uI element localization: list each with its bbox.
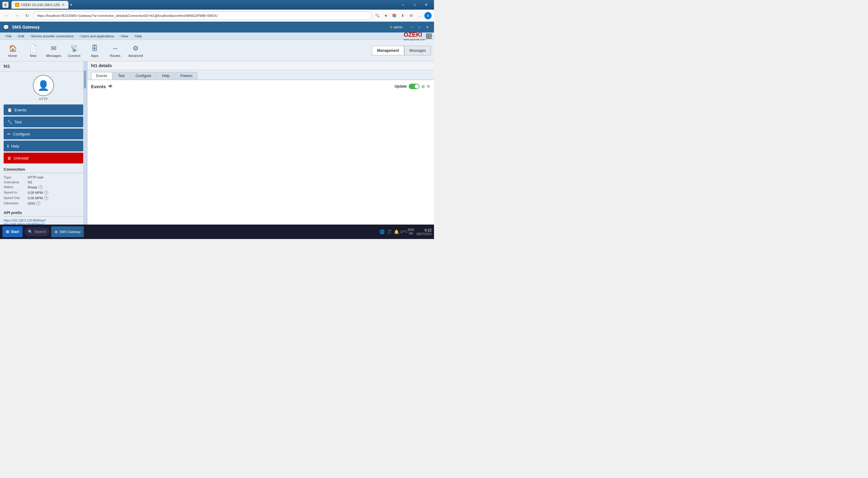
menu-service-provider[interactable]: Service provider connections xyxy=(27,34,76,38)
events-button[interactable]: 📋 Events xyxy=(4,104,83,115)
taskbar-icon-lang[interactable]: ENG HU xyxy=(408,229,414,235)
speedin-help-icon[interactable]: ? xyxy=(44,191,48,195)
restore-button[interactable]: □ xyxy=(409,1,420,9)
clock-area[interactable]: 9:22 08/07/2024 xyxy=(416,228,432,236)
taskbar-search[interactable]: 🔍 Search xyxy=(24,227,50,236)
speedout-help-icon[interactable]: ? xyxy=(44,196,48,200)
status-row: Status: Ready ? xyxy=(4,185,83,189)
events-title-row: Events 👁 Update ⊘ ↻ xyxy=(91,84,430,89)
update-controls: Update ⊘ ↻ xyxy=(395,84,430,89)
toolbar-messages[interactable]: ✉ Messages xyxy=(44,41,63,60)
toolbar-connect[interactable]: 📡 Connect xyxy=(64,41,84,60)
taskbar-app-item[interactable]: 🖥 SMS Gateway xyxy=(51,226,84,237)
odometer-help-icon[interactable]: ? xyxy=(36,201,40,206)
messages-view-button[interactable]: Messages xyxy=(404,46,431,56)
titlebar: O O OZEKI 10 (192.168.0.125) ✕ + ─ □ ✕ xyxy=(0,0,434,10)
uninstall-btn-label: Uninstall xyxy=(13,156,29,161)
downloads-icon[interactable]: ⬇ xyxy=(399,12,406,19)
taskbar-icon-1[interactable]: 🌐 xyxy=(379,229,385,235)
taskbar-icon-weather[interactable]: 27°C xyxy=(401,229,407,235)
app-icon: O xyxy=(2,2,8,8)
toolbar-apps[interactable]: 🗄 Apps xyxy=(85,41,104,60)
menu-help[interactable]: Help xyxy=(131,34,144,38)
app-minimize-button[interactable]: ─ xyxy=(408,24,415,30)
odometer-value: 0/0/0 ? xyxy=(28,201,40,206)
home-icon: 🏠 xyxy=(8,44,18,53)
toolbar-new-label: New xyxy=(30,54,36,58)
edge-menu-icon[interactable]: … xyxy=(416,12,423,19)
uninstall-button[interactable]: 🗑 Uninstall xyxy=(4,152,83,164)
configure-btn-label: Configure xyxy=(13,132,30,136)
ozeki-logo-text: OZEKI xyxy=(404,31,422,38)
events-content-empty xyxy=(91,93,430,183)
minimize-button[interactable]: ─ xyxy=(398,1,409,9)
sidebar-scroll-thumb[interactable] xyxy=(84,70,86,89)
taskbar-icon-2[interactable]: 🎵 xyxy=(386,229,393,235)
favorites-icon[interactable]: ★ xyxy=(382,12,390,19)
taskbar-app-icon: 🖥 xyxy=(54,230,58,234)
clock-time: 9:22 xyxy=(416,228,432,232)
menu-view[interactable]: View xyxy=(117,34,131,38)
toolbar-routes[interactable]: ↔ Routes xyxy=(105,41,125,60)
refresh-icon[interactable]: ↻ xyxy=(427,84,430,89)
back-button[interactable]: ← xyxy=(2,11,11,20)
app-close-button[interactable]: ✕ xyxy=(424,24,431,30)
menu-users-applications[interactable]: Users and applications xyxy=(76,34,116,38)
close-tab-icon[interactable]: ✕ xyxy=(62,3,65,7)
management-button[interactable]: Management xyxy=(372,46,404,56)
messages-icon: ✉ xyxy=(49,44,59,53)
avatar-label: HTTP xyxy=(39,97,48,101)
favorites-bar-icon[interactable]: 📚 xyxy=(391,12,398,19)
profile-avatar[interactable]: A xyxy=(424,12,432,19)
status-help-icon[interactable]: ? xyxy=(38,185,43,189)
app-restore-button[interactable]: □ xyxy=(416,24,423,30)
connection-info: Connection Type: HTTP user Username: ht1… xyxy=(0,164,87,210)
sidebar: ht1 👤 HTTP 📋 Events 🔧 Test xyxy=(0,61,87,225)
tab-help[interactable]: Help xyxy=(157,72,175,79)
status-label: Status: xyxy=(4,185,28,189)
api-prefix-area: API prefix https://192.168.0.125:9508/ap… xyxy=(0,210,87,225)
sidebar-inner: ht1 👤 HTTP 📋 Events 🔧 Test xyxy=(0,61,87,225)
menu-edit[interactable]: Edit xyxy=(15,34,27,38)
toolbar-home-label: Home xyxy=(8,54,17,58)
browser-tab[interactable]: O OZEKI 10 (192.168.0.125) ✕ xyxy=(11,1,68,9)
refresh-button[interactable]: ↻ xyxy=(23,11,31,20)
menu-file[interactable]: File xyxy=(2,34,14,38)
close-button[interactable]: ✕ xyxy=(421,1,432,9)
api-link-1[interactable]: https://192.168.0.125:9508/api? xyxy=(4,219,83,222)
extensions-icon[interactable]: ⚙ xyxy=(407,12,415,19)
tab-powers[interactable]: Powers xyxy=(175,72,197,79)
forward-button[interactable]: → xyxy=(13,11,21,20)
taskbar-icon-3[interactable]: 🔔 xyxy=(394,229,400,235)
toolbar: 🏠 Home 📄 New ✉ Messages 📡 Connect 🗄 Apps… xyxy=(0,40,434,61)
toolbar-advanced[interactable]: ⚙ Advanced xyxy=(126,41,145,60)
api-link-2[interactable]: http://192.168.0.125:9509/api? xyxy=(4,223,83,225)
tab-test[interactable]: Test xyxy=(113,72,130,79)
username-value: ht1 xyxy=(28,180,32,184)
tab-events[interactable]: Events xyxy=(91,72,113,79)
help-button[interactable]: ℹ Help xyxy=(4,141,83,151)
test-button[interactable]: 🔧 Test xyxy=(4,116,83,127)
speedout-row: Speed Out: 0.00 MPM ? xyxy=(4,196,83,200)
type-label: Type: xyxy=(4,175,28,179)
configure-button[interactable]: ✏ Configure xyxy=(4,129,83,139)
reset-icon[interactable]: ⊘ xyxy=(421,84,425,89)
tab-favicon: O xyxy=(15,3,19,7)
toolbar-home[interactable]: 🏠 Home xyxy=(3,41,22,60)
sidebar-scrollbar[interactable] xyxy=(83,61,87,225)
speedin-row: Speed In: 0.00 MPM ? xyxy=(4,191,83,195)
toolbar-new[interactable]: 📄 New xyxy=(24,41,43,60)
main-area: ht1 👤 HTTP 📋 Events 🔧 Test xyxy=(0,61,434,225)
url-bar[interactable] xyxy=(33,11,372,20)
update-toggle[interactable] xyxy=(409,84,420,89)
toolbar-advanced-label: Advanced xyxy=(128,54,143,58)
search-icon[interactable]: 🔍 xyxy=(374,12,381,19)
new-tab-button[interactable]: + xyxy=(70,2,72,7)
tab-configure[interactable]: Configure xyxy=(130,72,156,79)
app-header: 💬 SMS Gateway admin ─ □ ✕ xyxy=(0,22,434,33)
admin-area: admin xyxy=(390,25,403,29)
eye-icon[interactable]: 👁 xyxy=(108,84,113,89)
toolbar-routes-label: Routes xyxy=(110,54,121,58)
speedout-label: Speed Out: xyxy=(4,196,28,200)
start-button[interactable]: ⊞ Start xyxy=(2,226,23,237)
